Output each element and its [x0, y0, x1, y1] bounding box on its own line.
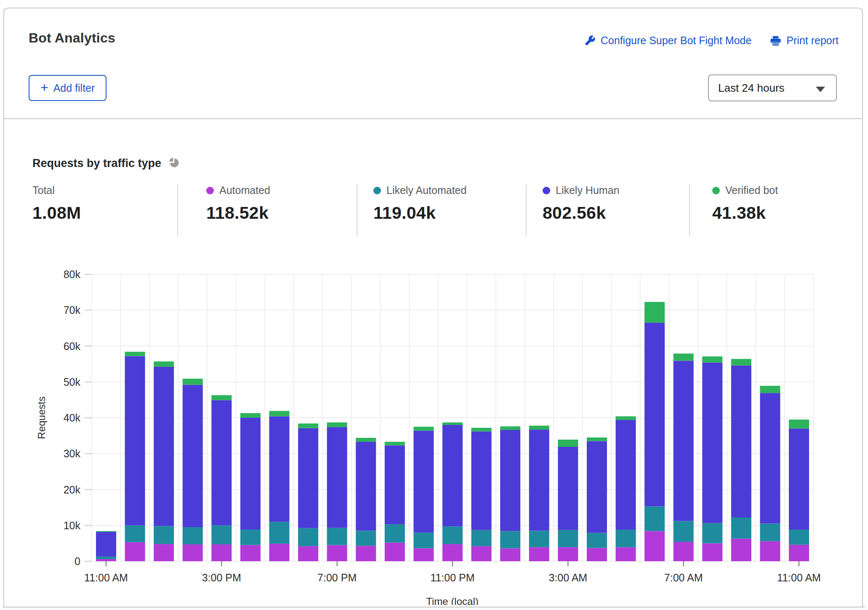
wrench-icon: [584, 35, 596, 46]
stat-divider: [526, 184, 527, 236]
stats-row: Total 1.08M Automated 118.52k Likely Aut…: [4, 184, 862, 239]
section-divider: [3, 607, 865, 607]
stat-likely-automated[interactable]: Likely Automated 119.04k: [373, 184, 466, 223]
stat-likely-automated-label: Likely Automated: [386, 184, 466, 196]
pie-chart-icon: [168, 156, 180, 170]
stat-divider: [689, 184, 690, 236]
svg-text:60k: 60k: [64, 340, 81, 352]
stat-total[interactable]: Total 1.08M: [32, 184, 81, 223]
stat-likely-human-value: 802.56k: [543, 203, 619, 223]
stat-verified-bot-label: Verified bot: [725, 184, 778, 196]
print-link-label: Print report: [786, 34, 839, 47]
stat-automated[interactable]: Automated 118.52k: [206, 184, 270, 223]
stat-divider: [177, 184, 178, 236]
stat-automated-value: 118.52k: [206, 203, 270, 223]
printer-icon: [770, 35, 781, 46]
add-filter-button[interactable]: + Add filter: [29, 75, 107, 101]
chevron-down-icon: [816, 87, 825, 92]
svg-text:7:00 AM: 7:00 AM: [664, 572, 703, 583]
svg-text:40k: 40k: [64, 412, 81, 424]
add-filter-label: Add filter: [53, 82, 95, 94]
page-title: Bot Analytics: [29, 30, 115, 46]
svg-text:30k: 30k: [64, 448, 81, 459]
header-links: Configure Super Bot Fight Mode Print rep…: [584, 34, 839, 47]
section-title: Requests by traffic type: [32, 157, 161, 170]
svg-text:70k: 70k: [64, 304, 81, 316]
svg-text:Requests: Requests: [36, 396, 47, 439]
svg-text:11:00 PM: 11:00 PM: [430, 572, 474, 583]
plus-icon: +: [40, 81, 48, 94]
card-header: Bot Analytics Configure Super Bot Fight …: [4, 8, 862, 119]
stat-likely-human-label: Likely Human: [556, 184, 619, 196]
section-title-row: Requests by traffic type: [32, 156, 180, 170]
stat-total-value: 1.08M: [32, 203, 81, 223]
bot-analytics-card: Bot Analytics Configure Super Bot Fight …: [3, 8, 863, 607]
stat-total-label: Total: [32, 184, 55, 196]
configure-link-label: Configure Super Bot Fight Mode: [601, 34, 752, 47]
stat-likely-human[interactable]: Likely Human 802.56k: [543, 184, 619, 223]
likely-human-dot-icon: [543, 187, 550, 194]
svg-text:11:00 AM: 11:00 AM: [777, 572, 821, 583]
stat-verified-bot[interactable]: Verified bot 41.38k: [712, 184, 778, 223]
svg-text:Time (local): Time (local): [426, 596, 478, 605]
print-report-link[interactable]: Print report: [770, 34, 839, 47]
time-range-dropdown[interactable]: Last 24 hours: [708, 74, 837, 101]
svg-text:3:00 PM: 3:00 PM: [202, 572, 241, 583]
stat-divider: [357, 184, 357, 236]
svg-text:7:00 PM: 7:00 PM: [317, 572, 357, 583]
likely-automated-dot-icon: [373, 187, 381, 194]
automated-dot-icon: [206, 187, 214, 194]
svg-text:20k: 20k: [64, 484, 81, 496]
stat-automated-label: Automated: [219, 184, 270, 196]
configure-super-bot-fight-mode-link[interactable]: Configure Super Bot Fight Mode: [584, 34, 752, 47]
svg-text:80k: 80k: [64, 268, 81, 280]
svg-text:0: 0: [75, 555, 80, 567]
svg-text:50k: 50k: [64, 376, 81, 388]
stat-likely-automated-value: 119.04k: [373, 203, 466, 223]
svg-text:10k: 10k: [64, 520, 81, 531]
time-range-value: Last 24 hours: [718, 82, 785, 95]
stat-verified-bot-value: 41.38k: [712, 203, 778, 223]
svg-text:3:00 AM: 3:00 AM: [548, 572, 587, 583]
verified-bot-dot-icon: [712, 187, 720, 194]
requests-by-traffic-type-chart: 010k20k30k40k50k60k70k80k11:00 AM3:00 PM…: [4, 253, 865, 605]
svg-text:11:00 AM: 11:00 AM: [84, 572, 128, 583]
